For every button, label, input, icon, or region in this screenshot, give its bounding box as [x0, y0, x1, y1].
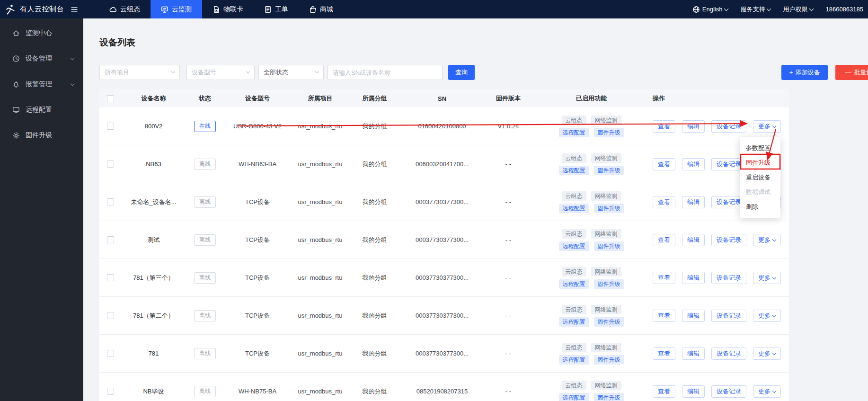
- action-device-records-button[interactable]: 设备记录: [711, 310, 746, 322]
- menu-item-delete[interactable]: 删除: [740, 199, 780, 214]
- action-edit-button[interactable]: 编辑: [682, 196, 705, 208]
- batch-delete-button[interactable]: 一 批量删除: [835, 65, 868, 80]
- account-phone-number[interactable]: 18660863185: [825, 6, 863, 13]
- action-view-button[interactable]: 查看: [653, 272, 675, 284]
- action-label: 设备记录: [717, 160, 741, 169]
- model-select[interactable]: 设备型号: [186, 65, 255, 80]
- status-select[interactable]: 全部状态: [258, 65, 324, 80]
- action-view-button[interactable]: 查看: [653, 385, 675, 398]
- action-view-button[interactable]: 查看: [653, 310, 675, 322]
- row-checkbox-cell: [99, 274, 122, 281]
- sidebar-item-device-management[interactable]: 设备管理: [0, 46, 83, 71]
- action-view-button[interactable]: 查看: [653, 196, 675, 208]
- remote-config-icon: [12, 106, 20, 114]
- feature-tag-remote-config: 远程配置: [559, 279, 589, 289]
- action-edit-button[interactable]: 编辑: [682, 272, 705, 284]
- feature-tag-network-monitoring: 网络监测: [591, 381, 621, 390]
- action-view-button[interactable]: 查看: [653, 158, 675, 170]
- menu-item-firmware-upgrade[interactable]: 固件升级: [740, 155, 780, 170]
- action-edit-button[interactable]: 编辑: [682, 348, 705, 360]
- row-actions: 查看编辑设备记录更多: [651, 310, 789, 322]
- table-header-row: 设备名称状态设备型号所属项目所属分组SN固件版本已启用功能操作: [99, 89, 789, 107]
- row-checkbox[interactable]: [107, 350, 114, 357]
- action-edit-button[interactable]: 编辑: [682, 310, 705, 322]
- action-more-button[interactable]: 更多: [753, 385, 781, 398]
- nav-item-iot-sim-card[interactable]: 物联卡: [202, 0, 254, 18]
- device-firmware: - -: [485, 274, 532, 281]
- nav-item-cloud-scada[interactable]: 云组态: [99, 0, 151, 18]
- row-checkbox-cell: [99, 312, 122, 319]
- row-checkbox-cell: [99, 388, 122, 395]
- action-device-records-button[interactable]: 设备记录: [711, 385, 746, 398]
- feature-tag-cloud-scada: 云组态: [562, 191, 586, 201]
- action-label: 查看: [658, 236, 670, 244]
- action-device-records-button[interactable]: 设备记录: [711, 120, 746, 133]
- device-model: TCP设备: [224, 236, 291, 244]
- feature-tag-network-monitoring: 网络监测: [591, 343, 621, 352]
- action-edit-button[interactable]: 编辑: [682, 158, 705, 170]
- row-checkbox[interactable]: [107, 123, 114, 130]
- action-more-button[interactable]: 更多: [753, 310, 781, 322]
- sidebar-item-remote-config[interactable]: 远程配置: [0, 97, 83, 123]
- action-device-records-button[interactable]: 设备记录: [711, 348, 746, 360]
- device-table-body: 800V2 在线 USR-G800-43 V2 usr_modbus_rtu 我…: [99, 107, 789, 401]
- row-checkbox[interactable]: [107, 274, 114, 281]
- add-device-button[interactable]: + 添加设备: [781, 65, 828, 80]
- nav-item-work-order[interactable]: 工单: [254, 0, 299, 18]
- project-select[interactable]: 所有项目: [99, 65, 180, 80]
- row-checkbox[interactable]: [107, 312, 114, 319]
- query-button[interactable]: 查询: [448, 65, 475, 80]
- feature-tag-cloud-scada: 云组态: [562, 381, 586, 390]
- menu-toggle-icon[interactable]: [71, 6, 78, 13]
- device-sn: 085201908207315: [399, 388, 485, 395]
- nav-item-mall[interactable]: 商城: [299, 0, 344, 18]
- action-label: 编辑: [687, 312, 700, 320]
- support-menu[interactable]: 服务支持: [740, 5, 771, 14]
- device-firmware: V1.0.24: [485, 123, 532, 130]
- action-more-button[interactable]: 更多: [753, 272, 781, 284]
- action-view-button[interactable]: 查看: [653, 348, 675, 360]
- sidebar-item-alarm-management[interactable]: 报警管理: [0, 71, 83, 97]
- nav-item-label: 云组态: [120, 5, 140, 14]
- column-header-features: 已启用功能: [532, 94, 651, 103]
- action-more-button[interactable]: 更多: [753, 234, 781, 246]
- nav-item-cloud-monitoring[interactable]: 云监测: [151, 0, 202, 18]
- action-device-records-button[interactable]: 设备记录: [711, 234, 746, 246]
- sn-search-input[interactable]: [328, 65, 443, 80]
- feature-tag-network-monitoring: 网络监测: [591, 267, 621, 276]
- nav-item-label: 物联卡: [223, 5, 243, 14]
- action-device-records-button[interactable]: 设备记录: [711, 272, 746, 284]
- add-device-label: 添加设备: [796, 68, 820, 77]
- row-checkbox[interactable]: [107, 388, 114, 395]
- action-view-button[interactable]: 查看: [653, 120, 675, 133]
- action-more-button[interactable]: 更多: [753, 348, 781, 360]
- menu-item-restart-device[interactable]: 重启设备: [740, 170, 780, 185]
- action-label: 设备记录: [717, 122, 741, 131]
- select-all-checkbox[interactable]: [107, 95, 114, 102]
- row-checkbox[interactable]: [107, 198, 114, 205]
- row-checkbox[interactable]: [107, 236, 114, 243]
- language-selector[interactable]: English: [692, 6, 728, 13]
- action-edit-button[interactable]: 编辑: [682, 234, 705, 246]
- column-header-name: 设备名称: [122, 94, 186, 103]
- device-group: 我的分组: [350, 312, 399, 320]
- action-edit-button[interactable]: 编辑: [682, 120, 705, 133]
- feature-tag-cloud-scada: 云组态: [562, 343, 586, 352]
- action-more-button[interactable]: 更多: [753, 120, 781, 133]
- alarm-bell-icon: [12, 80, 20, 88]
- usr-runner-logo-icon[interactable]: [6, 4, 15, 15]
- action-view-button[interactable]: 查看: [653, 234, 675, 246]
- feature-tags: 云组态网络监测远程配置固件升级: [556, 305, 627, 327]
- row-checkbox[interactable]: [107, 160, 114, 168]
- permission-menu[interactable]: 用户权限: [783, 5, 813, 14]
- sidebar-item-monitoring-center[interactable]: 监测中心: [0, 20, 83, 46]
- row-actions: 查看编辑设备记录更多: [651, 385, 789, 398]
- mall-icon: [309, 6, 317, 13]
- device-model: TCP设备: [224, 274, 291, 282]
- model-select-value: 设备型号: [192, 68, 216, 77]
- menu-item-param-config[interactable]: 参数配置: [740, 141, 780, 155]
- cloud-monitor-icon: [161, 6, 168, 13]
- action-edit-button[interactable]: 编辑: [682, 385, 705, 398]
- sidebar-item-firmware-upgrade[interactable]: 固件升级: [0, 123, 83, 148]
- device-project: usr_modbus_rtu: [291, 198, 350, 205]
